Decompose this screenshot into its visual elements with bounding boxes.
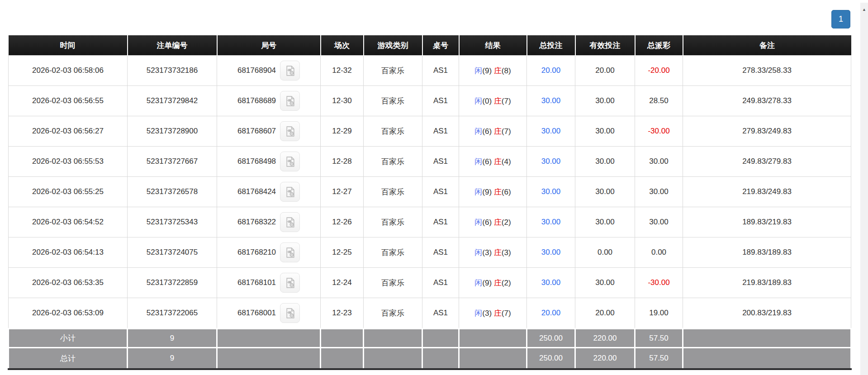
result-banker-label: 庄 <box>494 157 502 166</box>
round-cell: 681768689 <box>217 86 321 116</box>
bet-history-page: 1 ▲ 时间 注单编号 局号 场次 游戏类别 桌号 结果 总投注 <box>0 0 868 375</box>
result-banker-score: (7) <box>502 97 511 105</box>
result-banker-label: 庄 <box>494 279 502 287</box>
payout-cell: 28.50 <box>635 86 683 116</box>
time-cell: 2026-02-03 06:55:53 <box>9 147 128 177</box>
result-cell: 闲(9) 庄(2) <box>459 268 527 298</box>
remark-cell: 189.83/189.83 <box>683 237 851 268</box>
round-cell: 681768001 <box>217 298 321 329</box>
result-banker-score: (3) <box>502 248 511 257</box>
table-row: 2026-02-03 06:54:13 523173724075 6817682… <box>9 237 851 268</box>
table-no-cell: AS1 <box>422 116 459 147</box>
payout-cell: -30.00 <box>635 116 683 147</box>
col-header-bet-id: 注单编号 <box>128 35 217 56</box>
game-type-cell: 百家乐 <box>364 298 422 329</box>
subtotal-label: 小计 <box>9 329 128 348</box>
remark-cell: 279.83/249.83 <box>683 116 851 147</box>
table-no-cell: AS1 <box>422 147 459 177</box>
col-header-valid-bet: 有效投注 <box>575 35 635 56</box>
result-banker-score: (7) <box>502 127 511 136</box>
total-row: 总计 9 250.00 220.00 57.50 <box>9 348 851 370</box>
subtotal-valid-bet: 220.00 <box>575 329 635 348</box>
result-banker-label: 庄 <box>494 127 502 136</box>
result-banker-label: 庄 <box>494 66 502 75</box>
result-cell: 闲(3) 庄(3) <box>459 237 527 268</box>
time-cell: 2026-02-03 06:53:09 <box>9 298 128 329</box>
time-cell: 2026-02-03 06:55:25 <box>9 177 128 207</box>
result-player-score: (0) <box>482 97 492 105</box>
video-replay-button[interactable] <box>280 212 300 232</box>
game-type-cell: 百家乐 <box>364 86 422 116</box>
result-player-label: 闲 <box>474 248 482 257</box>
result-player-score: (9) <box>482 66 492 75</box>
payout-cell: 30.00 <box>635 207 683 237</box>
video-file-icon <box>284 247 296 259</box>
round-cell: 681768210 <box>217 237 321 268</box>
video-replay-button[interactable] <box>280 152 300 171</box>
result-cell: 闲(0) 庄(7) <box>459 86 527 116</box>
payout-cell: -30.00 <box>635 268 683 298</box>
video-replay-button[interactable] <box>280 242 300 262</box>
round-id: 681768498 <box>237 157 276 166</box>
result-player-label: 闲 <box>474 218 482 227</box>
bet-id-cell: 523173732186 <box>128 56 217 86</box>
result-banker-label: 庄 <box>494 309 502 318</box>
video-replay-button[interactable] <box>280 121 300 141</box>
total-bet-cell: 30.00 <box>527 268 575 298</box>
session-cell: 12-30 <box>321 86 364 116</box>
table-row: 2026-02-03 06:55:53 523173727667 6817684… <box>9 147 851 177</box>
remark-cell: 219.83/249.83 <box>683 177 851 207</box>
table-no-cell: AS1 <box>422 298 459 329</box>
result-banker-label: 庄 <box>494 97 502 105</box>
video-replay-button[interactable] <box>280 61 300 81</box>
result-player-score: (9) <box>482 279 492 287</box>
remark-cell: 249.83/279.83 <box>683 147 851 177</box>
video-file-icon <box>284 95 296 107</box>
round-id: 681768607 <box>237 127 276 136</box>
video-replay-button[interactable] <box>280 303 300 323</box>
result-player-score: (6) <box>482 218 492 227</box>
video-replay-button[interactable] <box>280 182 300 202</box>
total-payout: 57.50 <box>635 348 683 370</box>
vertical-scrollbar[interactable]: ▲ <box>860 3 868 375</box>
total-bet-cell: 30.00 <box>527 86 575 116</box>
payout-cell: -20.00 <box>635 56 683 86</box>
pagination-page-1-button[interactable]: 1 <box>831 10 850 28</box>
table-row: 2026-02-03 06:53:35 523173722859 6817681… <box>9 268 851 298</box>
scroll-up-arrow-icon[interactable]: ▲ <box>860 3 868 12</box>
col-header-table-no: 桌号 <box>422 35 459 56</box>
table-no-cell: AS1 <box>422 86 459 116</box>
result-player-score: (6) <box>482 157 492 166</box>
table-row: 2026-02-03 06:55:25 523173726578 6817684… <box>9 177 851 207</box>
total-bet-cell: 30.00 <box>527 177 575 207</box>
result-cell: 闲(9) 庄(6) <box>459 177 527 207</box>
col-header-remark: 备注 <box>683 35 851 56</box>
result-player-score: (3) <box>482 248 492 257</box>
table-no-cell: AS1 <box>422 237 459 268</box>
table-row: 2026-02-03 06:54:52 523173725343 6817683… <box>9 207 851 237</box>
video-file-icon <box>284 307 296 319</box>
valid-bet-cell: 30.00 <box>575 86 635 116</box>
col-header-total-bet: 总投注 <box>527 35 575 56</box>
valid-bet-cell: 30.00 <box>575 147 635 177</box>
table-row: 2026-02-03 06:56:27 523173728900 6817686… <box>9 116 851 147</box>
result-player-label: 闲 <box>474 157 482 166</box>
table-header-row: 时间 注单编号 局号 场次 游戏类别 桌号 结果 总投注 有效投注 总派彩 备注 <box>9 35 851 56</box>
time-cell: 2026-02-03 06:58:06 <box>9 56 128 86</box>
video-file-icon <box>284 156 296 168</box>
video-replay-button[interactable] <box>280 273 300 293</box>
result-player-score: (9) <box>482 188 492 196</box>
table-row: 2026-02-03 06:56:55 523173729842 6817686… <box>9 86 851 116</box>
col-header-round-id: 局号 <box>217 35 321 56</box>
remark-cell: 249.83/278.33 <box>683 86 851 116</box>
result-cell: 闲(6) 庄(4) <box>459 147 527 177</box>
session-cell: 12-29 <box>321 116 364 147</box>
session-cell: 12-25 <box>321 237 364 268</box>
result-banker-score: (7) <box>502 309 511 318</box>
valid-bet-cell: 30.00 <box>575 177 635 207</box>
video-replay-button[interactable] <box>280 91 300 111</box>
total-count: 9 <box>128 348 217 370</box>
round-cell: 681768498 <box>217 147 321 177</box>
result-banker-label: 庄 <box>494 218 502 227</box>
bet-id-cell: 523173725343 <box>128 207 217 237</box>
